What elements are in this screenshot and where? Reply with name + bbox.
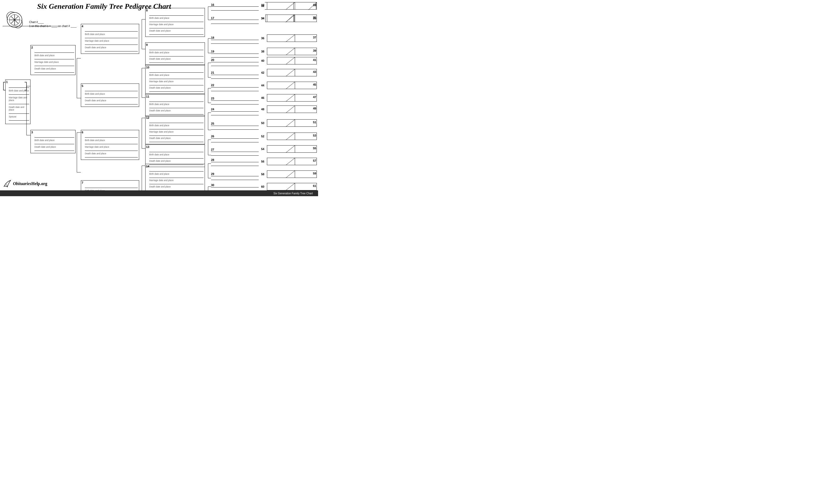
person-17: 17: [211, 16, 259, 24]
num-7: 7: [82, 181, 83, 184]
person-2: 2 Birth date and place Marriage date and…: [30, 45, 75, 75]
person-12: 12 Birth date and place Marriage date an…: [145, 115, 205, 144]
person-23: 23: [211, 97, 259, 104]
num-6: 6: [82, 131, 83, 134]
person-10: 10 Birth date and place Marriage date an…: [145, 65, 205, 94]
num-60: 60: [261, 185, 267, 188]
person-16-17-group: 16: [211, 3, 259, 11]
num-52: 52: [261, 135, 267, 138]
footer-bar: Six Generation Family Tree Chart: [0, 190, 318, 196]
person-6: 6 Birth date and place Marriage date and…: [81, 130, 139, 160]
num-28: 28: [211, 158, 214, 161]
pair-58-59: 58 59: [261, 170, 317, 178]
person-20: 20: [211, 58, 259, 66]
num-24: 24: [211, 108, 214, 111]
num-47: 47: [313, 95, 316, 99]
decorative-logo: [3, 8, 26, 32]
num-56: 56: [261, 160, 267, 163]
person-19: 19: [211, 50, 259, 57]
svg-line-59: [286, 2, 295, 10]
num-37: 37: [313, 36, 316, 39]
num-19: 19: [211, 50, 214, 53]
person-22: 22: [211, 83, 259, 91]
num-59: 59: [313, 172, 316, 175]
num-3: 3: [31, 131, 33, 134]
pair-32-33: 32 33: [261, 2, 317, 10]
num-50: 50: [261, 121, 267, 125]
num-46: 46: [261, 96, 267, 99]
pair-46-47: 46 47: [261, 94, 317, 101]
pair-60-61: 60 61: [261, 183, 317, 190]
svg-line-64: [286, 69, 295, 76]
pair-56-57: 56 57: [261, 158, 317, 165]
person-11: 11 Birth date and place Death date and p…: [145, 94, 205, 117]
num-45: 45: [313, 83, 316, 86]
person-27: 27: [211, 148, 259, 156]
svg-line-71: [286, 158, 295, 165]
person-25: 25: [211, 122, 259, 130]
num-25: 25: [211, 122, 214, 125]
num-39: 39: [313, 49, 316, 52]
person-18: 18: [211, 36, 259, 44]
num-53: 53: [313, 134, 316, 137]
svg-line-72: [286, 171, 295, 178]
num-48: 48: [261, 108, 267, 111]
pair-48-49: 48 49: [261, 105, 317, 113]
num-23: 23: [211, 97, 214, 100]
pair-38-39: 38 39: [261, 48, 317, 55]
num-49: 49: [313, 107, 316, 110]
pair-52-53: 52 53: [261, 132, 317, 140]
num-2: 2: [31, 46, 33, 49]
spouse-label-1: Spouse: [9, 115, 29, 118]
num-26: 26: [211, 135, 214, 138]
svg-line-73: [286, 183, 295, 190]
svg-line-60: [286, 15, 295, 22]
person-5: 5 Birth date and place Death date and pl…: [81, 83, 139, 107]
num-5: 5: [82, 84, 83, 87]
num-22: 22: [211, 83, 214, 87]
birth-label-1: Birth date and place: [9, 89, 29, 92]
svg-line-70: [286, 145, 295, 153]
num-43: 43: [313, 70, 316, 73]
pair-36-37: 36 37: [261, 34, 317, 42]
num-38: 38: [261, 50, 267, 53]
num-40: 40: [261, 59, 267, 62]
person-30: 30: [211, 183, 259, 191]
chart-reference: 1 on this chart is = ____ on chart # ___…: [29, 25, 77, 28]
num-1: 1: [6, 80, 8, 83]
pair-40-41: 40 41: [261, 57, 317, 64]
pair-50-51: 50 51: [261, 119, 317, 127]
person-24: 24: [211, 108, 259, 115]
chart-number: Chart #____: [29, 21, 77, 24]
num-36: 36: [261, 37, 267, 40]
person-1: 1 Birth date and place Marriage date and…: [5, 79, 30, 124]
death-label-1: Death date and place: [9, 106, 29, 111]
num-44: 44: [261, 84, 267, 87]
page: Six Generation Family Tree Pedigree Char…: [0, 0, 318, 196]
person-26: 26: [211, 135, 259, 142]
person-4: 4 Birth date and place Marriage date and…: [81, 24, 139, 54]
num-35b: 35: [313, 16, 316, 19]
num-16: 16: [211, 3, 214, 6]
footer-website: ObituariesHelp.org: [13, 181, 47, 186]
pair-54-55: 54 55: [261, 145, 317, 153]
num-29: 29: [211, 172, 214, 175]
num-27: 27: [211, 148, 214, 151]
num-42: 42: [261, 71, 267, 74]
num-57: 57: [313, 159, 316, 162]
marriage-label-1: Marriage date and place: [9, 96, 29, 101]
footer-logo-area: ObituariesHelp.org: [3, 179, 47, 188]
num-21: 21: [211, 71, 214, 74]
num-30: 30: [211, 183, 214, 187]
person-21: 21: [211, 71, 259, 79]
svg-line-63: [286, 57, 295, 64]
num-20: 20: [211, 58, 214, 61]
svg-line-65: [286, 82, 295, 89]
num-58: 58: [261, 172, 267, 176]
person-14: 14 Birth date and place Marriage date an…: [145, 164, 205, 193]
num-51: 51: [313, 121, 316, 124]
svg-line-67: [286, 106, 295, 113]
num-33b: 33: [313, 3, 316, 7]
person-3: 3 Birth date and place Death date and pl…: [30, 130, 75, 153]
svg-line-66: [286, 94, 295, 101]
